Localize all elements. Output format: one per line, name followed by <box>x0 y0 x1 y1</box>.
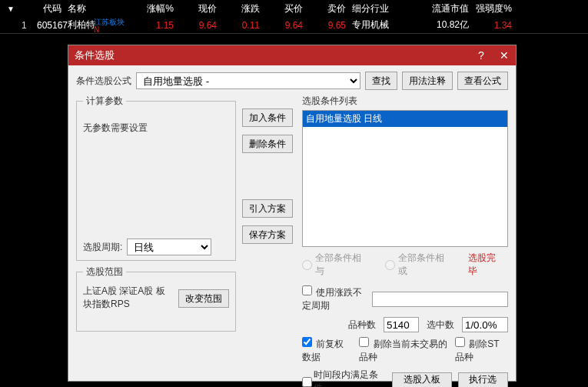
import-plan-button[interactable]: 引入方案 <box>242 199 293 218</box>
usage-button[interactable]: 用法注释 <box>402 72 453 90</box>
header-bid[interactable]: 买价 <box>263 2 306 15</box>
done-text: 选股完毕 <box>468 252 505 278</box>
table-header: ▼ 代码 名称 涨幅% 现价 涨跌 买价 卖价 细分行业 流通市值 强弱度% <box>0 0 588 17</box>
row-chg: 0.11 <box>220 20 263 31</box>
scope-text: 上证A股 深证A股 板块指数RPS <box>83 285 171 311</box>
header-price[interactable]: 现价 <box>177 2 220 15</box>
header-pct[interactable]: 涨幅% <box>134 2 177 15</box>
header-name[interactable]: 名称 <box>65 2 134 15</box>
selected-value <box>462 317 508 332</box>
pre-adjust-checkbox[interactable]: 前复权数据 <box>302 337 353 364</box>
header-mcap[interactable]: 流通市值 <box>403 2 472 15</box>
header-code[interactable]: 代码 <box>18 2 65 15</box>
species-value <box>384 317 419 332</box>
formula-label: 条件选股公式 <box>76 75 131 88</box>
to-block-button[interactable]: 选股入板块 <box>392 372 451 387</box>
row-industry: 专用机械 <box>349 18 403 32</box>
find-button[interactable]: 查找 <box>365 72 397 90</box>
time-cond-checkbox[interactable]: 时间段内满足条件 <box>302 369 386 387</box>
period-label: 选股周期: <box>83 241 122 254</box>
table-row[interactable]: 1 605167 利柏特 江苏板块 N 1.15 9.64 0.11 9.64 … <box>0 17 588 34</box>
condition-select-dialog: 条件选股 ? ✕ 条件选股公式 自用地量选股 - 查找 用法注释 查看公式 计算… <box>68 45 517 382</box>
view-formula-button[interactable]: 查看公式 <box>457 72 508 90</box>
row-strength: 1.34 <box>472 20 515 31</box>
radio-or[interactable]: 全部条件相或 <box>385 252 453 278</box>
no-params-text: 无参数需要设置 <box>83 122 229 135</box>
row-mcap: 10.82亿 <box>403 18 472 32</box>
add-condition-button[interactable]: 加入条件 <box>242 108 293 127</box>
formula-combo[interactable]: 自用地量选股 - <box>136 72 360 89</box>
stock-tag-n: N <box>94 25 99 34</box>
scope-fieldset: 选股范围 上证A股 深证A股 板块指数RPS 改变范围 <box>76 265 236 332</box>
dialog-title: 条件选股 <box>75 48 115 62</box>
help-icon[interactable]: ? <box>470 45 493 65</box>
use-period-checkbox[interactable]: 使用涨跌不定周期 <box>302 285 366 312</box>
row-name: 利柏特 江苏板块 N <box>65 18 134 32</box>
scope-legend: 选股范围 <box>83 265 126 279</box>
sort-arrow[interactable]: ▼ <box>3 5 18 13</box>
row-code: 605167 <box>34 20 65 31</box>
list-item[interactable]: 自用地量选股 日线 <box>303 111 507 127</box>
selected-label: 选中数 <box>427 319 454 332</box>
save-plan-button[interactable]: 保存方案 <box>242 225 293 244</box>
row-pct: 1.15 <box>134 20 177 31</box>
change-scope-button[interactable]: 改变范围 <box>178 289 229 308</box>
condition-list-label: 选股条件列表 <box>302 95 508 108</box>
row-price: 9.64 <box>177 20 220 31</box>
species-label: 品种数 <box>348 319 376 332</box>
delete-condition-button[interactable]: 删除条件 <box>242 135 293 153</box>
header-industry[interactable]: 细分行业 <box>349 2 403 15</box>
period-combo[interactable]: 日线 <box>127 239 211 255</box>
params-legend: 计算参数 <box>83 95 126 108</box>
execute-button[interactable]: 执行选股 <box>458 372 508 387</box>
header-strength[interactable]: 强弱度% <box>472 2 515 15</box>
row-index: 1 <box>18 20 34 31</box>
radio-and[interactable]: 全部条件相与 <box>302 252 370 278</box>
close-icon[interactable]: ✕ <box>493 45 516 65</box>
condition-listbox[interactable]: 自用地量选股 日线 <box>302 110 508 247</box>
del-st-checkbox[interactable]: 剔除ST品种 <box>455 337 508 364</box>
row-ask: 9.65 <box>306 20 349 31</box>
dialog-titlebar[interactable]: 条件选股 ? ✕ <box>68 45 516 65</box>
row-bid: 9.64 <box>263 20 306 31</box>
params-fieldset: 计算参数 无参数需要设置 选股周期: 日线 <box>76 95 236 261</box>
header-chg[interactable]: 涨跌 <box>220 2 263 15</box>
header-ask[interactable]: 卖价 <box>306 2 349 15</box>
period-input[interactable] <box>372 292 508 307</box>
del-notrade-checkbox[interactable]: 剔除当前未交易的品种 <box>359 337 449 364</box>
stock-name: 利柏特 <box>68 19 95 30</box>
